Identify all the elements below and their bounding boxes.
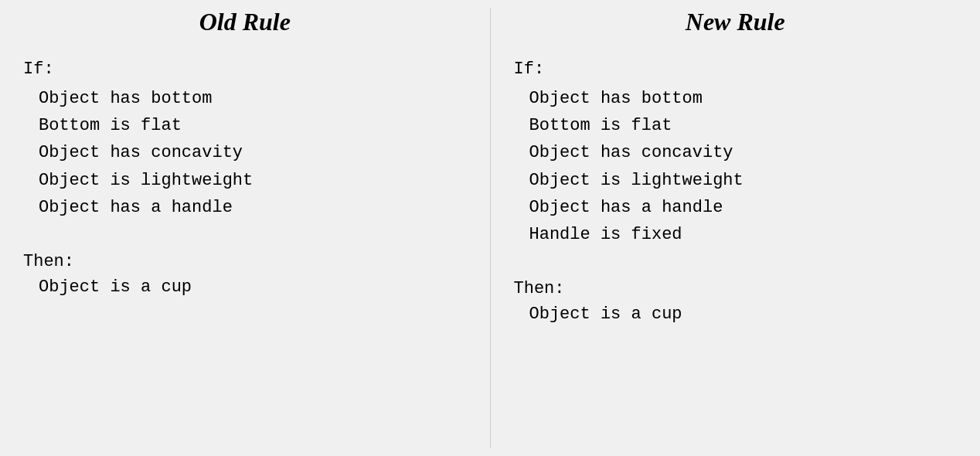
new-rule-then-section: Then: Object is a cup: [514, 279, 958, 324]
new-rule-if-label: If:: [514, 60, 958, 79]
old-rule-then-label: Then:: [23, 252, 467, 271]
old-rule-if-section: If: Object has bottom Bottom is flat Obj…: [23, 60, 467, 237]
list-item: Object has concavity: [39, 139, 467, 166]
new-rule-title: New Rule: [514, 8, 958, 36]
old-rule-if-label: If:: [23, 60, 467, 79]
old-rule-column: Old Rule If: Object has bottom Bottom is…: [0, 0, 490, 456]
list-item: Bottom is flat: [39, 112, 467, 139]
list-item: Object has bottom: [529, 85, 958, 112]
list-item: Bottom is flat: [529, 112, 958, 139]
list-item: Object has a handle: [39, 194, 467, 221]
old-rule-then-section: Then: Object is a cup: [23, 252, 467, 297]
main-container: Old Rule If: Object has bottom Bottom is…: [0, 0, 980, 456]
new-rule-column: New Rule If: Object has bottom Bottom is…: [491, 0, 981, 456]
new-rule-then-value: Object is a cup: [514, 305, 958, 324]
new-rule-condition-list: Object has bottom Bottom is flat Object …: [514, 85, 958, 248]
list-item: Object is lightweight: [529, 167, 958, 194]
old-rule-condition-list: Object has bottom Bottom is flat Object …: [23, 85, 467, 221]
list-item: Object is lightweight: [39, 167, 467, 194]
new-rule-then-label: Then:: [514, 279, 958, 298]
old-rule-then-value: Object is a cup: [23, 277, 467, 297]
new-rule-if-section: If: Object has bottom Bottom is flat Obj…: [514, 60, 958, 264]
list-item: Object has a handle: [529, 194, 958, 221]
list-item: Handle is fixed: [529, 221, 958, 248]
list-item: Object has bottom: [39, 85, 467, 112]
old-rule-title: Old Rule: [23, 8, 467, 36]
list-item: Object has concavity: [529, 139, 958, 166]
